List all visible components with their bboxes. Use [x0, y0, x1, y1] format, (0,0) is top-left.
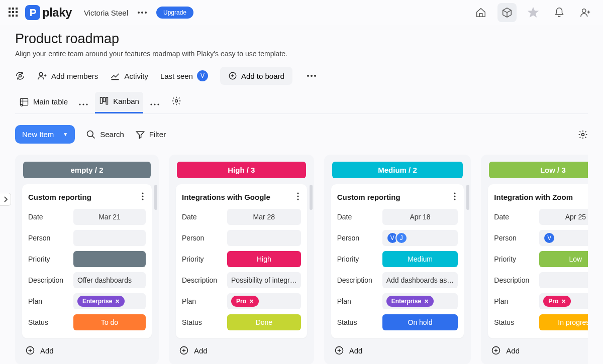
card-menu-icon[interactable]	[295, 190, 301, 204]
chevron-down-icon: ▼	[63, 132, 68, 137]
logo[interactable]: plaky	[25, 5, 72, 20]
card[interactable]: Custom reporting DateMar 21 Person Prior…	[22, 184, 152, 338]
field-label-date: Date	[337, 213, 377, 221]
add-to-board-label: Add to board	[241, 72, 284, 80]
current-user-name[interactable]: Victoria Steel	[84, 9, 128, 17]
add-item-button[interactable]: Add	[20, 338, 154, 360]
priority-value[interactable]: Medium	[382, 251, 458, 267]
column-header[interactable]: High / 3	[177, 162, 306, 178]
avatar[interactable]: J	[395, 232, 408, 244]
person-value[interactable]: V	[539, 230, 588, 246]
header-more-icon[interactable]	[305, 69, 319, 83]
status-value[interactable]: In progress	[539, 314, 588, 330]
svg-point-13	[19, 75, 22, 77]
svg-rect-8	[16, 15, 18, 17]
column-scrollbar[interactable]	[154, 185, 157, 210]
svg-point-37	[297, 192, 298, 194]
svg-point-9	[138, 12, 140, 14]
date-value[interactable]: Apr 25	[539, 209, 588, 225]
tab-main-table[interactable]: Main table	[15, 93, 72, 113]
remove-pill-icon[interactable]: ✕	[561, 298, 566, 305]
plan-value[interactable]: Pro ✕	[227, 293, 301, 309]
card-menu-icon[interactable]	[452, 190, 458, 204]
last-seen[interactable]: Last seen V	[160, 70, 208, 81]
add-members-button[interactable]: Add members	[37, 71, 98, 81]
date-value[interactable]: Mar 28	[227, 209, 301, 225]
description-value[interactable]: Offer dashboards	[73, 272, 146, 288]
svg-point-10	[141, 12, 143, 14]
bell-icon[interactable]	[550, 3, 569, 22]
user-menu-icon[interactable]	[135, 6, 149, 20]
filter-button[interactable]: Filter	[135, 130, 166, 140]
description-value[interactable]	[539, 272, 588, 288]
home-icon[interactable]	[471, 3, 490, 22]
field-label-person: Person	[494, 234, 534, 242]
star-icon[interactable]	[524, 3, 543, 22]
plan-value[interactable]: Pro ✕	[539, 293, 588, 309]
apps-grid-icon[interactable]	[8, 7, 18, 19]
invite-user-icon[interactable]	[576, 3, 595, 22]
sync-icon[interactable]	[15, 71, 25, 81]
card[interactable]: Custom reporting DateApr 18 PersonVJ Pri…	[331, 184, 464, 338]
expand-sidebar-handle[interactable]	[0, 193, 11, 206]
person-value[interactable]	[227, 230, 301, 246]
svg-point-38	[297, 195, 298, 197]
date-value[interactable]: Apr 18	[382, 209, 458, 225]
date-value[interactable]: Mar 21	[73, 209, 146, 225]
remove-pill-icon[interactable]: ✕	[115, 298, 120, 305]
board-settings-icon[interactable]	[578, 130, 588, 140]
kanban-column: Low / 3 Integration with Zoom DateApr 25…	[481, 155, 588, 364]
svg-point-23	[86, 103, 88, 105]
field-label-description: Description	[182, 276, 222, 284]
column-scrollbar[interactable]	[310, 185, 313, 210]
description-value[interactable]: Possibility of integr…	[227, 272, 301, 288]
plan-value[interactable]: Enterprise ✕	[73, 293, 146, 309]
upgrade-button[interactable]: Upgrade	[156, 7, 193, 19]
tab-main-table-menu-icon[interactable]	[76, 99, 91, 107]
column-scrollbar[interactable]	[466, 185, 469, 210]
tab-kanban[interactable]: Kanban	[95, 92, 143, 113]
tab-kanban-menu-icon[interactable]	[147, 99, 162, 107]
activity-button[interactable]: Activity	[110, 71, 148, 81]
plan-value[interactable]: Enterprise ✕	[382, 293, 458, 309]
package-icon[interactable]	[497, 3, 517, 22]
card[interactable]: Integrations with Google DateMar 28 Pers…	[176, 184, 307, 338]
priority-value[interactable]: High	[227, 251, 301, 267]
remove-pill-icon[interactable]: ✕	[424, 298, 429, 305]
priority-value[interactable]: Low	[539, 251, 588, 267]
add-to-board-button[interactable]: Add to board	[220, 67, 292, 85]
column-header[interactable]: empty / 2	[23, 162, 151, 178]
person-value[interactable]	[73, 230, 146, 246]
field-label-date: Date	[494, 213, 534, 221]
kanban-column: Medium / 2 Custom reporting DateApr 18 P…	[324, 155, 471, 364]
card-menu-icon[interactable]	[140, 190, 146, 204]
status-value[interactable]: To do	[73, 314, 146, 330]
column-header[interactable]: Medium / 2	[332, 162, 463, 178]
avatar[interactable]: V	[543, 232, 555, 244]
remove-pill-icon[interactable]: ✕	[249, 298, 254, 305]
status-value[interactable]: Done	[227, 314, 301, 330]
view-settings-icon[interactable]	[166, 92, 186, 113]
add-item-button[interactable]: Add	[329, 338, 466, 360]
tab-main-table-label: Main table	[33, 97, 68, 106]
priority-value[interactable]	[73, 251, 146, 267]
field-label-description: Description	[494, 276, 534, 284]
logo-mark-icon	[25, 5, 40, 20]
add-item-button[interactable]: Add	[486, 338, 588, 360]
column-header[interactable]: Low / 3	[489, 162, 588, 178]
status-value[interactable]: On hold	[382, 314, 458, 330]
kanban-column: empty / 2 Custom reporting DateMar 21 Pe…	[15, 155, 159, 364]
new-item-button[interactable]: New Item ▼	[15, 125, 75, 144]
search-button[interactable]: Search	[86, 130, 124, 140]
description-value[interactable]: Add dashboards as…	[382, 272, 458, 288]
field-label-status: Status	[182, 318, 222, 326]
svg-point-39	[297, 198, 298, 200]
add-item-button[interactable]: Add	[174, 338, 309, 360]
field-label-status: Status	[28, 318, 68, 326]
card-title: Custom reporting	[28, 193, 91, 201]
card-title: Custom reporting	[337, 193, 400, 201]
card[interactable]: Integration with Zoom DateApr 25 PersonV…	[488, 184, 588, 338]
add-item-label: Add	[349, 346, 363, 355]
person-value[interactable]: VJ	[382, 230, 458, 246]
field-label-priority: Priority	[182, 255, 222, 263]
